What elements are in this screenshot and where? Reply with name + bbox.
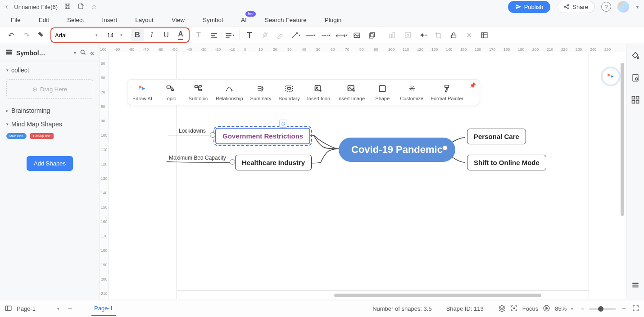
section-brainstorming[interactable]: ▸Brainstorming <box>0 103 100 116</box>
sub-bed-capacity[interactable]: Maximum Bed Capacity <box>169 155 226 161</box>
page-caret-icon[interactable]: ▾ <box>57 307 59 311</box>
export-icon[interactable] <box>77 3 85 11</box>
play-icon[interactable] <box>543 304 550 313</box>
align-left-icon[interactable] <box>208 29 220 41</box>
library-name[interactable]: Symbol… <box>16 49 70 57</box>
zoom-out-icon[interactable]: − <box>581 305 585 313</box>
shape-button[interactable]: Shape <box>372 83 393 101</box>
shape-chip-backup[interactable]: Backup Text <box>30 133 54 139</box>
zoom-in-icon[interactable]: ＋ <box>621 304 627 313</box>
list-toggle-icon[interactable] <box>631 281 640 292</box>
align-vert-icon[interactable]: ▾ <box>223 29 236 41</box>
align-objects-icon[interactable] <box>386 29 399 41</box>
page-select[interactable] <box>17 305 53 312</box>
search-icon[interactable] <box>80 49 86 57</box>
star-icon[interactable]: ☆ <box>91 3 97 11</box>
table-icon[interactable] <box>478 29 490 41</box>
underline-button[interactable]: U <box>160 29 172 41</box>
connector-icon[interactable]: ▾ <box>289 29 302 41</box>
summary-button[interactable]: Summary <box>250 83 272 101</box>
section-mindmap-shapes[interactable]: ▾Mind Map Shapes <box>0 116 100 129</box>
sparkle-icon[interactable]: ✦▾ <box>417 29 429 41</box>
menu-search-feature[interactable]: Search Feature <box>265 17 307 23</box>
fullscreen-icon[interactable] <box>632 304 639 313</box>
layers-icon[interactable] <box>498 304 506 313</box>
drag-here-zone[interactable]: ⊕ Drag Here <box>6 79 93 99</box>
menu-file[interactable]: File <box>11 17 21 23</box>
shape-chip-main[interactable]: Main Idea <box>6 133 27 139</box>
zoom-value[interactable]: 85% <box>555 305 567 312</box>
save-icon[interactable] <box>64 3 71 11</box>
horizontal-scrollbar[interactable] <box>109 294 626 298</box>
zoom-slider[interactable] <box>589 308 616 310</box>
relationship-button[interactable]: Relationship <box>216 83 243 101</box>
page-settings-icon[interactable] <box>631 73 640 85</box>
more-icon[interactable]: ⋯ <box>471 94 475 101</box>
section-collect[interactable]: ▾collect <box>0 62 100 76</box>
add-shapes-button[interactable]: Add Shapes <box>27 156 73 171</box>
menu-symbol[interactable]: Symbol <box>203 17 223 23</box>
bold-button[interactable]: B <box>131 29 144 41</box>
node-gov-restrictions[interactable]: Government Restrictions <box>215 128 310 144</box>
menu-select[interactable]: Select <box>67 17 84 23</box>
collapse-panel-icon[interactable]: « <box>90 49 94 57</box>
menu-layout[interactable]: Layout <box>135 17 154 23</box>
node-healthcare[interactable]: Healthcare Industry <box>235 155 312 170</box>
text-tool-icon[interactable]: T <box>243 29 256 41</box>
menu-view[interactable]: View <box>172 17 185 23</box>
menu-ai[interactable]: AI hot <box>241 17 247 23</box>
focus-label[interactable]: Focus <box>522 305 538 312</box>
collapse-handle[interactable]: − <box>230 159 235 165</box>
font-caret-icon[interactable]: ▾ <box>95 33 98 37</box>
layers-copy-icon[interactable] <box>366 29 378 41</box>
menu-edit[interactable]: Edit <box>39 17 49 23</box>
distribute-icon[interactable] <box>401 29 414 41</box>
boundary-button[interactable]: Boundary <box>279 83 300 101</box>
panel-toggle-icon[interactable] <box>5 304 12 313</box>
topic-button[interactable]: Topic <box>160 83 181 101</box>
font-size-select[interactable] <box>102 32 118 39</box>
node-center[interactable]: Covid-19 Pandemic <box>339 138 455 162</box>
library-caret-icon[interactable]: ▾ <box>74 50 76 55</box>
customize-button[interactable]: ✳ Customize <box>400 83 423 101</box>
canvas[interactable]: Edraw AI Topic Subtopic Relationship Sum… <box>109 52 626 299</box>
font-family-select[interactable] <box>53 31 94 40</box>
font-color-button[interactable]: A <box>174 29 187 41</box>
highlight-icon[interactable] <box>274 29 286 41</box>
lock-icon[interactable] <box>447 29 460 41</box>
size-caret-icon[interactable]: ▾ <box>120 33 122 37</box>
add-page-icon[interactable]: ＋ <box>67 304 73 313</box>
share-button[interactable]: Share <box>557 1 595 13</box>
line-style-icon[interactable]: — ▾ <box>304 29 317 41</box>
sub-lockdowns[interactable]: Lockdowns <box>179 128 206 134</box>
italic-button[interactable]: I <box>145 29 158 41</box>
crop-icon[interactable] <box>432 29 444 41</box>
arrow-style-icon[interactable]: ⟷ ▾ <box>335 29 348 41</box>
node-personal-care[interactable]: Personal Care <box>467 129 526 144</box>
fill-icon[interactable] <box>631 51 640 63</box>
node-online-mode[interactable]: Shift to Online Mode <box>467 155 546 170</box>
menu-insert[interactable]: Insert <box>102 17 118 23</box>
format-painter-button[interactable]: Format Painter <box>431 83 463 101</box>
page-tab[interactable]: Page-1 <box>91 301 116 316</box>
help-icon[interactable]: ? <box>601 2 611 12</box>
avatar-caret-icon[interactable]: ▾ <box>636 4 639 9</box>
vertical-scrollbar[interactable] <box>621 58 625 294</box>
publish-button[interactable]: Publish <box>508 1 551 13</box>
grid-apps-icon[interactable] <box>631 95 640 107</box>
undo-icon[interactable]: ↶ <box>5 29 17 41</box>
library-icon[interactable] <box>5 49 13 57</box>
format-brush-icon[interactable] <box>35 29 48 41</box>
collapse-handle[interactable]: − <box>442 145 448 151</box>
back-arrow[interactable]: ‹ <box>5 3 8 11</box>
subtopic-button[interactable]: Subtopic <box>188 83 209 101</box>
avatar[interactable] <box>617 1 629 13</box>
menu-plugin[interactable]: Plugin <box>325 17 342 23</box>
focus-target-icon[interactable] <box>510 304 518 313</box>
clear-format-icon[interactable]: T <box>192 29 205 41</box>
redo-icon[interactable]: ↷ <box>20 29 32 41</box>
translate-icon[interactable]: G <box>279 120 287 128</box>
tools-icon[interactable]: ✕ <box>463 29 475 41</box>
insert-image-button[interactable]: Insert Image <box>337 83 365 101</box>
no-fill-icon[interactable] <box>259 29 271 41</box>
